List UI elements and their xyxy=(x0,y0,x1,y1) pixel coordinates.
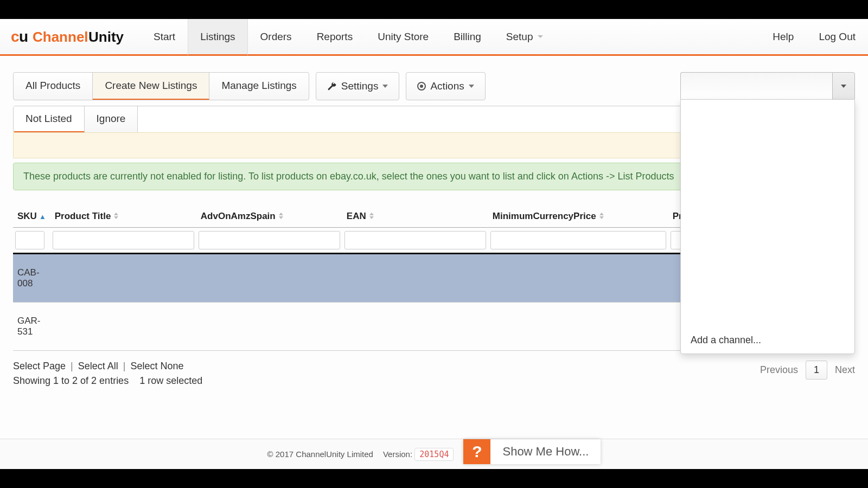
col-advonamzspain[interactable]: AdvOnAmzSpain xyxy=(196,206,342,228)
nav-reports[interactable]: Reports xyxy=(304,19,366,54)
help-widget[interactable]: ? Show Me How... xyxy=(463,439,601,464)
wrench-icon xyxy=(327,81,337,91)
svg-text:u: u xyxy=(19,28,28,45)
filter-ean[interactable] xyxy=(344,231,486,249)
toolbar-row: All Products Create New Listings Manage … xyxy=(13,72,855,100)
sort-icon xyxy=(279,216,283,219)
settings-dropdown[interactable]: Settings xyxy=(316,72,400,100)
svg-text:Unity: Unity xyxy=(88,29,124,45)
channel-selected-display[interactable] xyxy=(680,72,832,100)
svg-text:c: c xyxy=(11,28,20,45)
current-page[interactable]: 1 xyxy=(806,361,827,380)
actions-dropdown[interactable]: Actions xyxy=(406,72,485,100)
svg-text:Channel: Channel xyxy=(33,29,88,45)
cell-sku: GAR-531 xyxy=(13,303,50,351)
select-page-link[interactable]: Select Page xyxy=(13,361,66,371)
nav-billing[interactable]: Billing xyxy=(441,19,494,54)
primary-tabs: All Products Create New Listings Manage … xyxy=(13,72,309,100)
sort-icon xyxy=(369,216,374,219)
top-nav: c u Channel Unity Start Listings Orders … xyxy=(0,19,868,56)
sort-asc-icon: ▲ xyxy=(39,213,46,221)
cell-ean xyxy=(342,254,488,303)
col-sku[interactable]: SKU▲ xyxy=(13,206,50,228)
nav-start[interactable]: Start xyxy=(141,19,188,54)
nav-orders[interactable]: Orders xyxy=(248,19,304,54)
tab-all-products[interactable]: All Products xyxy=(14,73,93,100)
nav-listings[interactable]: Listings xyxy=(188,19,247,56)
nav-logout[interactable]: Log Out xyxy=(806,19,868,54)
sort-icon xyxy=(114,216,118,219)
tab-create-new-listings[interactable]: Create New Listings xyxy=(93,73,209,100)
channel-dropdown-button[interactable] xyxy=(832,72,855,100)
version-value: 2015Q4 xyxy=(414,448,454,461)
col-product-title[interactable]: Product Title xyxy=(50,206,196,228)
cell-ean xyxy=(342,303,488,351)
sort-icon xyxy=(599,216,604,219)
caret-down-icon xyxy=(382,85,388,88)
tab-manage-listings[interactable]: Manage Listings xyxy=(209,73,308,100)
status-bar: © 2017 ChannelUnity Limited Version: 201… xyxy=(0,439,868,469)
cell-adv xyxy=(196,254,342,303)
tab-not-listed[interactable]: Not Listed xyxy=(14,106,85,133)
nav-unity-store[interactable]: Unity Store xyxy=(365,19,441,54)
copyright: © 2017 ChannelUnity Limited xyxy=(267,450,373,459)
question-icon: ? xyxy=(463,439,490,464)
select-all-link[interactable]: Select All xyxy=(78,361,118,371)
caret-down-icon xyxy=(469,85,474,88)
filter-title[interactable] xyxy=(53,231,194,249)
filter-adv[interactable] xyxy=(199,231,340,249)
cell-title xyxy=(50,254,196,303)
channel-selector: Add a channel... xyxy=(680,72,855,100)
cell-sku: CAB-008 xyxy=(13,254,50,303)
cell-mincur xyxy=(488,254,668,303)
previous-button[interactable]: Previous xyxy=(760,364,798,376)
nav-links: Start Listings Orders Reports Unity Stor… xyxy=(141,19,556,54)
nav-right: Help Log Out xyxy=(760,19,868,54)
pager: Select Page | Select All | Select None S… xyxy=(0,351,868,387)
caret-down-icon xyxy=(841,85,846,88)
next-button[interactable]: Next xyxy=(835,364,855,376)
tab-ignore[interactable]: Ignore xyxy=(85,106,138,132)
select-none-link[interactable]: Select None xyxy=(131,361,184,371)
target-icon xyxy=(417,82,426,91)
cell-mincur xyxy=(488,303,668,351)
channel-dropdown-menu: Add a channel... xyxy=(680,99,855,354)
col-mincurprice[interactable]: MinimumCurrencyPrice xyxy=(488,206,668,228)
cell-title xyxy=(50,303,196,351)
showing-text: Showing 1 to 2 of 2 entries xyxy=(13,375,129,386)
version-label: Version: xyxy=(383,450,412,459)
help-widget-label: Show Me How... xyxy=(490,439,601,464)
filter-mincur[interactable] xyxy=(490,231,666,249)
cell-adv xyxy=(196,303,342,351)
logo-icon: c u Channel Unity xyxy=(11,28,125,46)
nav-setup[interactable]: Setup xyxy=(494,19,556,54)
logo[interactable]: c u Channel Unity xyxy=(11,19,141,54)
col-ean[interactable]: EAN xyxy=(342,206,488,228)
settings-label: Settings xyxy=(341,80,379,92)
filter-sku[interactable] xyxy=(15,231,44,249)
nav-help[interactable]: Help xyxy=(760,19,806,54)
selection-text: 1 row selected xyxy=(139,375,202,386)
actions-label: Actions xyxy=(430,80,464,92)
channel-menu-add[interactable]: Add a channel... xyxy=(681,327,854,354)
